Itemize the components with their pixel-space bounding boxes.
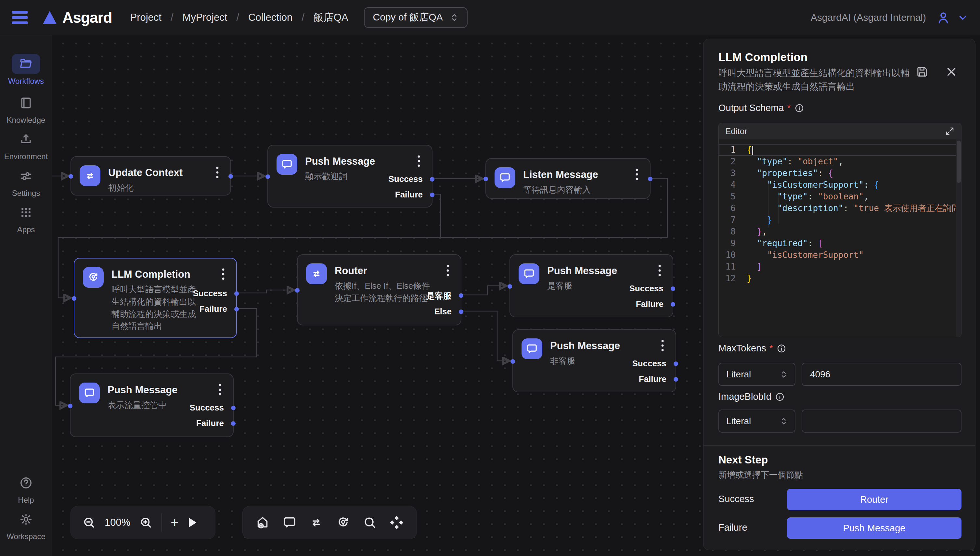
output-handle-failure[interactable]	[231, 421, 236, 426]
output-handle-iscs[interactable]	[459, 293, 463, 298]
info-icon[interactable]	[776, 343, 787, 354]
push-message-tool-icon[interactable]	[282, 515, 297, 530]
node-menu-button[interactable]	[657, 338, 668, 353]
editor-scroll-thumb[interactable]	[957, 141, 961, 183]
input-handle[interactable]	[68, 404, 73, 408]
output-handle-success[interactable]	[234, 291, 239, 296]
zoom-out-button[interactable]	[82, 516, 96, 530]
input-handle[interactable]	[68, 174, 73, 179]
node-router[interactable]: Router 依據If、Else If、Else條件決定工作流程執行的路徑 是客…	[297, 254, 462, 325]
image-blob-mode-select[interactable]: Literal	[718, 409, 795, 433]
code-line[interactable]: 6 "description": "true 表示使用者正在詢問關	[719, 202, 961, 214]
node-menu-button[interactable]	[631, 167, 643, 181]
next-step-success-button[interactable]: Router	[787, 489, 962, 510]
node-menu-button[interactable]	[442, 263, 454, 278]
output-handle-failure[interactable]	[674, 377, 678, 381]
code-line[interactable]: 12 }	[719, 273, 961, 284]
next-step-failure-button[interactable]: Push Message	[787, 517, 962, 539]
close-icon[interactable]	[944, 65, 958, 79]
code-line[interactable]: 10 "isCustomerSupport"	[719, 249, 961, 261]
sidebar-item-workflows[interactable]: Workflows	[0, 54, 52, 86]
node-llm-completion[interactable]: LLM Completion 呼叫大型語言模型並產生結構化的資料輸出以輔助流程的…	[74, 258, 237, 338]
output-label-iscs: 是客服	[426, 290, 452, 302]
node-push-message-welcome[interactable]: Push Message 顯示歡迎詞 Success Failure	[267, 145, 432, 207]
input-handle[interactable]	[483, 177, 488, 181]
swap-arrows-tool-icon[interactable]	[309, 515, 324, 530]
run-workflow-button[interactable]	[187, 517, 198, 529]
output-handle[interactable]	[648, 177, 653, 181]
input-handle[interactable]	[510, 359, 515, 364]
max-tokens-mode-select[interactable]: Literal	[718, 363, 795, 386]
breadcrumb-current[interactable]: 飯店QA	[314, 11, 348, 24]
expand-icon[interactable]	[945, 126, 955, 136]
sidebar-item-environment[interactable]: Environment	[0, 129, 52, 161]
info-icon[interactable]	[775, 392, 785, 402]
code-text: "type": "boolean",	[747, 191, 869, 202]
breadcrumb-myproject[interactable]: MyProject	[183, 12, 227, 23]
node-menu-button[interactable]	[217, 267, 229, 281]
user-icon[interactable]	[936, 10, 951, 25]
node-subtitle: 呼叫大型語言模型並產生結構化的資料輸出以輔助流程的決策或生成自然語言輸出	[112, 283, 201, 333]
add-node-button[interactable]: +	[170, 516, 179, 529]
pan-diamond-icon[interactable]	[389, 515, 404, 530]
chevron-down-icon[interactable]	[957, 12, 968, 23]
output-label-success: Success	[193, 288, 227, 299]
workflow-version-select[interactable]: Copy of 飯店QA	[364, 7, 468, 28]
sidebar-item-apps[interactable]: Apps	[0, 202, 52, 234]
node-push-message-notcs[interactable]: Push Message 非客服 Success Failure	[512, 329, 676, 392]
sidebar-item-workspace[interactable]: Workspace	[0, 509, 52, 541]
node-update-context[interactable]: Update Context 初始化	[71, 156, 231, 196]
code-line[interactable]: 8 },	[719, 226, 961, 238]
code-line[interactable]: 11 ]	[719, 261, 961, 273]
node-push-message-throttle[interactable]: Push Message 表示流量控管中 Success Failure	[70, 373, 233, 437]
output-handle-else[interactable]	[459, 309, 463, 314]
zoom-in-button[interactable]	[139, 516, 153, 530]
menu-icon[interactable]	[12, 11, 28, 24]
sidebar-item-help[interactable]: Help	[0, 473, 52, 505]
output-handle-failure[interactable]	[671, 302, 675, 307]
node-menu-button[interactable]	[212, 165, 223, 179]
llm-tool-icon[interactable]	[336, 515, 351, 530]
editor-scrollbar[interactable]	[956, 139, 961, 337]
info-icon[interactable]	[794, 103, 805, 113]
code-line[interactable]: 1 {	[719, 144, 961, 155]
search-tool-icon[interactable]	[362, 515, 377, 530]
line-number: 9	[719, 238, 747, 249]
code-line[interactable]: 2 "type": "object",	[719, 155, 961, 167]
code-line[interactable]: 5 "type": "boolean",	[719, 191, 961, 202]
input-handle[interactable]	[295, 288, 300, 293]
code-line[interactable]: 9 "required": [	[719, 238, 961, 249]
breadcrumb-project[interactable]: Project	[130, 12, 161, 23]
output-handle-success[interactable]	[430, 177, 434, 181]
save-icon[interactable]	[915, 65, 929, 79]
sidebar-item-settings[interactable]: Settings	[0, 166, 52, 198]
input-handle[interactable]	[266, 175, 270, 179]
node-listen-message[interactable]: Listen Message 等待訊息內容輸入	[486, 158, 651, 199]
image-blob-input[interactable]	[802, 409, 962, 433]
code-area[interactable]: 1 { 2 "type": "object", 3 "properties": …	[719, 139, 961, 337]
code-line[interactable]: 4 "isCustomerSupport": {	[719, 179, 961, 191]
output-handle-failure[interactable]	[430, 192, 434, 197]
output-handle-success[interactable]	[671, 286, 675, 291]
sidebar-item-knowledge[interactable]: Knowledge	[0, 93, 52, 125]
max-tokens-input[interactable]	[802, 363, 962, 386]
node-menu-button[interactable]	[654, 263, 666, 278]
breadcrumb-separator: /	[301, 12, 305, 23]
node-menu-button[interactable]	[214, 383, 226, 397]
node-title: Push Message	[550, 338, 620, 352]
breadcrumb-collection[interactable]: Collection	[248, 12, 292, 23]
home-plus-icon[interactable]	[255, 515, 270, 530]
node-push-message-iscs[interactable]: Push Message 是客服 Success Failure	[510, 254, 673, 317]
input-handle[interactable]	[507, 284, 512, 289]
output-handle-failure[interactable]	[234, 307, 239, 312]
output-handle-success[interactable]	[674, 362, 678, 366]
schema-editor[interactable]: Editor 1 { 2 "type": "object", 3 "proper…	[718, 123, 962, 337]
output-handle-success[interactable]	[231, 406, 236, 410]
code-line[interactable]: 7 }	[719, 214, 961, 226]
input-handle[interactable]	[72, 296, 76, 301]
code-line[interactable]: 3 "properties": {	[719, 167, 961, 179]
node-menu-button[interactable]	[413, 154, 425, 168]
output-handle[interactable]	[228, 174, 233, 179]
swap-arrows-icon	[306, 263, 327, 284]
node-inspector-panel: LLM Completion 呼叫大型語言模型並產生結構化的資料輸出以輔助流程的…	[703, 39, 975, 550]
